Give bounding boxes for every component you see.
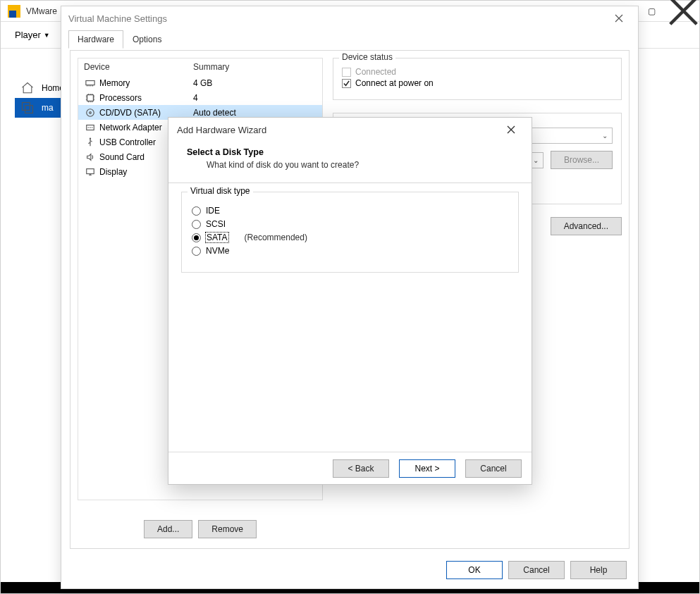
hardware-row[interactable]: Memory4 GB xyxy=(78,75,322,90)
device-name: CD/DVD (SATA) xyxy=(99,108,193,118)
settings-titlebar: Virtual Machine Settings xyxy=(61,6,638,30)
vm-icon xyxy=(19,100,36,116)
radio-label: SCSI xyxy=(206,219,226,229)
device-summary: Auto detect xyxy=(193,108,317,118)
net-icon xyxy=(84,123,97,132)
back-button[interactable]: < Back xyxy=(333,459,389,478)
close-button[interactable] xyxy=(668,1,699,21)
connected-checkbox-row: Connected xyxy=(342,67,613,77)
disk-type-legend: Virtual disk type xyxy=(188,186,253,196)
device-status-group: Device status Connected Connect at power… xyxy=(333,58,622,100)
connected-label: Connected xyxy=(355,67,396,77)
radio-nvme[interactable]: NVMe xyxy=(192,246,508,256)
chevron-down-icon: ⌄ xyxy=(533,156,539,164)
chevron-down-icon: ▼ xyxy=(44,32,50,39)
sidebar-item-label: ma xyxy=(42,103,54,113)
radio-icon xyxy=(192,220,201,229)
radio-ide[interactable]: IDE xyxy=(192,206,508,216)
svg-point-5 xyxy=(90,111,92,113)
col-device: Device xyxy=(84,62,193,72)
radio-label: NVMe xyxy=(206,246,229,256)
device-name: Processors xyxy=(99,93,193,103)
tab-hardware[interactable]: Hardware xyxy=(68,30,123,49)
hardware-list-header: Device Summary xyxy=(78,58,322,75)
wizard-close-button[interactable] xyxy=(499,121,523,138)
memory-icon xyxy=(84,78,97,88)
cpu-icon xyxy=(84,93,97,103)
maximize-button[interactable]: ▢ xyxy=(636,1,668,21)
next-button[interactable]: Next > xyxy=(399,459,455,478)
device-name: Memory xyxy=(99,78,193,88)
add-hardware-wizard: Add Hardware Wizard Select a Disk Type W… xyxy=(168,117,532,485)
vmware-icon xyxy=(8,5,20,18)
player-menu-button[interactable]: Player ▼ xyxy=(8,25,57,44)
radio-icon xyxy=(192,247,201,256)
wizard-subheading: What kind of disk do you want to create? xyxy=(187,160,517,170)
svg-rect-2 xyxy=(86,80,94,85)
svg-rect-1 xyxy=(25,106,33,113)
poweron-checkbox[interactable] xyxy=(342,79,351,88)
svg-rect-3 xyxy=(87,94,94,101)
radio-sata[interactable]: SATA (Recommended) xyxy=(192,233,508,242)
wizard-cancel-button[interactable]: Cancel xyxy=(465,459,522,478)
radio-icon xyxy=(192,206,201,216)
disk-type-group: Virtual disk type IDE SCSI SATA (Recomme… xyxy=(181,192,519,273)
radio-label: IDE xyxy=(206,206,220,216)
svg-point-7 xyxy=(90,137,91,139)
radio-icon xyxy=(192,233,201,242)
cancel-button[interactable]: Cancel xyxy=(508,561,565,579)
recommended-label: (Recommended) xyxy=(245,233,307,242)
advanced-button[interactable]: Advanced... xyxy=(551,217,622,235)
svg-rect-0 xyxy=(23,103,30,111)
device-summary: 4 xyxy=(193,93,317,103)
usb-icon xyxy=(84,137,97,147)
col-summary: Summary xyxy=(193,62,229,72)
help-button[interactable]: Help xyxy=(570,561,627,579)
hardware-row[interactable]: Processors4 xyxy=(78,90,322,105)
wizard-body: Virtual disk type IDE SCSI SATA (Recomme… xyxy=(168,183,532,281)
radio-scsi[interactable]: SCSI xyxy=(192,219,508,229)
cd-icon xyxy=(84,108,97,118)
wizard-footer: < Back Next > Cancel xyxy=(168,452,532,484)
remove-hardware-button[interactable]: Remove xyxy=(198,520,257,538)
wizard-header: Select a Disk Type What kind of disk do … xyxy=(168,142,532,178)
radio-label: SATA xyxy=(206,233,228,242)
wizard-heading: Select a Disk Type xyxy=(187,147,517,157)
add-hardware-button[interactable]: Add... xyxy=(144,520,192,538)
settings-footer: OK Cancel Help xyxy=(61,552,638,588)
wizard-titlebar: Add Hardware Wizard xyxy=(168,118,532,142)
ok-button[interactable]: OK xyxy=(446,561,503,579)
poweron-checkbox-row[interactable]: Connect at power on xyxy=(342,78,613,88)
chevron-down-icon: ⌄ xyxy=(602,132,608,140)
hardware-buttons: Add... Remove xyxy=(78,520,323,538)
device-status-legend: Device status xyxy=(339,52,395,62)
settings-tabs: Hardware Options xyxy=(68,30,638,49)
sound-icon xyxy=(84,152,97,162)
browse-button: Browse... xyxy=(551,151,613,169)
wizard-title: Add Hardware Wizard xyxy=(177,125,266,135)
home-icon xyxy=(19,80,36,96)
display-icon xyxy=(84,167,97,177)
tab-options[interactable]: Options xyxy=(123,30,171,49)
app-title: VMware xyxy=(26,6,57,16)
connected-checkbox xyxy=(342,68,351,77)
svg-point-4 xyxy=(87,109,94,116)
player-menu-label: Player xyxy=(15,30,41,40)
device-summary: 4 GB xyxy=(193,78,317,88)
svg-rect-8 xyxy=(87,168,94,173)
settings-close-button[interactable] xyxy=(607,8,631,28)
poweron-label: Connect at power on xyxy=(355,78,434,88)
settings-title: Virtual Machine Settings xyxy=(68,13,167,24)
